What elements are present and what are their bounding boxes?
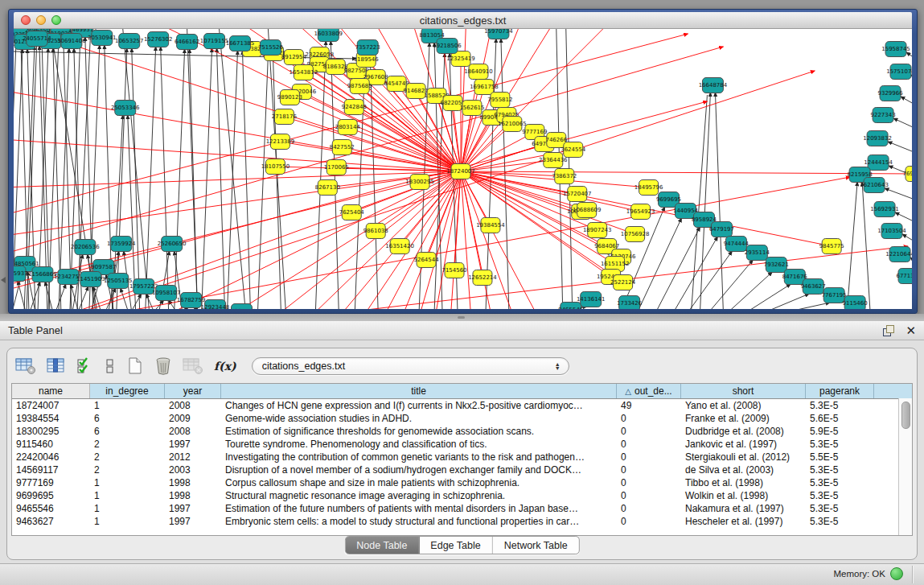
- graph-edge[interactable]: [117, 48, 127, 309]
- graph-node[interactable]: 6479197: [709, 222, 734, 237]
- table-cell[interactable]: 1: [90, 400, 165, 411]
- graph-node[interactable]: 7515526: [258, 40, 283, 56]
- graph-node[interactable]: 20206536: [71, 240, 100, 255]
- table-cell[interactable]: 2009: [165, 413, 221, 424]
- graph-edge[interactable]: [51, 29, 97, 309]
- graph-node[interactable]: 9861038: [363, 224, 388, 239]
- graph-node[interactable]: 1562615: [459, 101, 484, 116]
- graph-node[interactable]: 19384554: [476, 218, 505, 233]
- graph-node[interactable]: 11566869: [28, 267, 57, 282]
- table-cell[interactable]: Dudbridge et al. (2008): [681, 426, 806, 437]
- table-cell[interactable]: 14569117: [12, 464, 90, 476]
- table-cell[interactable]: Nakamura et al. (1997): [681, 503, 806, 514]
- graph-node[interactable]: 18495796: [634, 180, 663, 196]
- table-cell[interactable]: Embryonic stem cells: a model to study s…: [221, 516, 617, 527]
- graph-edge[interactable]: [161, 47, 169, 309]
- graph-node[interactable]: 5264544: [414, 253, 440, 268]
- table-row[interactable]: 969969511998Structural magnetic resonanc…: [12, 489, 912, 502]
- table-cell[interactable]: Tourette syndrome. Phenomenology and cla…: [221, 439, 617, 450]
- graph-node[interactable]: 24055714: [23, 31, 51, 47]
- graph-node[interactable]: 18907243: [583, 223, 612, 238]
- graph-node[interactable]: 16671385: [226, 36, 255, 51]
- table-cell[interactable]: 2008: [165, 426, 221, 437]
- table-row[interactable]: 2242004622012Investigating the contribut…: [12, 451, 912, 463]
- graph-node[interactable]: 7625404: [339, 205, 365, 220]
- graph-node[interactable]: 9845775: [819, 239, 844, 254]
- graph-node[interactable]: 30691406: [57, 34, 86, 49]
- table-cell[interactable]: 5.5E-5: [806, 451, 874, 463]
- delete-column-icon[interactable]: [154, 356, 172, 377]
- graph-node[interactable]: 7357223: [355, 40, 380, 56]
- graph-edge[interactable]: [901, 97, 912, 114]
- graph-edge[interactable]: [146, 47, 156, 309]
- graph-edge[interactable]: [290, 97, 461, 171]
- graph-node[interactable]: 15751074: [886, 64, 912, 80]
- table-cell[interactable]: Corpus callosum shape and size in male p…: [221, 477, 617, 488]
- graph-node[interactable]: 16210643: [860, 178, 889, 193]
- table-cell[interactable]: 5.3E-5: [806, 490, 874, 501]
- table-cell[interactable]: 2: [90, 464, 165, 476]
- table-cell[interactable]: 1: [90, 516, 165, 527]
- graph-node[interactable]: 2522124: [610, 275, 636, 290]
- graph-node[interactable]: 12923448: [201, 300, 230, 310]
- table-cell[interactable]: 1998: [165, 490, 221, 501]
- table-mode-icon[interactable]: [15, 356, 36, 377]
- graph-node[interactable]: 16033809: [314, 29, 343, 42]
- table-row[interactable]: 977716911998Corpus callosum shape and si…: [12, 476, 912, 489]
- table-cell[interactable]: 1997: [165, 439, 221, 450]
- table-row[interactable]: 911546021997Tourette syndrome. Phenomeno…: [12, 438, 912, 451]
- table-cell[interactable]: Stergiakouli et al. (2012): [681, 451, 806, 463]
- graph-edge[interactable]: [242, 51, 250, 309]
- table-cell[interactable]: 1: [90, 503, 165, 514]
- graph-node[interactable]: 23364436: [539, 153, 568, 168]
- graph-edge[interactable]: [847, 182, 857, 309]
- graph-node[interactable]: 10756928: [621, 227, 650, 242]
- scrollbar-thumb[interactable]: [901, 402, 910, 429]
- graph-edge[interactable]: [461, 29, 882, 171]
- graph-edge[interactable]: [187, 29, 198, 309]
- graph-edge[interactable]: [888, 142, 912, 159]
- table-cell[interactable]: Tibbo et al. (1998): [681, 477, 806, 488]
- graph-node[interactable]: 20530941: [88, 31, 117, 46]
- graph-node[interactable]: 8427552: [330, 140, 355, 155]
- graph-node[interactable]: 25053346: [111, 101, 140, 116]
- column-select-icon[interactable]: [76, 356, 94, 377]
- table-cell[interactable]: de Silva et al. (2003): [681, 464, 806, 476]
- table-cell[interactable]: 1: [90, 490, 165, 501]
- table-cell[interactable]: 0: [617, 413, 681, 424]
- graph-node[interactable]: 8912954: [281, 50, 307, 65]
- table-cell[interactable]: 1997: [165, 503, 221, 514]
- table-row[interactable]: 946554611997Estimation of the future num…: [12, 502, 912, 515]
- table-cell[interactable]: 9463627: [12, 516, 90, 527]
- citation-graph[interactable]: 1872400718300295193845547963822896012889…: [14, 29, 912, 309]
- graph-edge[interactable]: [728, 272, 772, 309]
- network-view-window[interactable]: citations_edges.txt 18724007183002951938…: [8, 9, 918, 314]
- table-row[interactable]: 1830029562008Estimation of significance …: [12, 425, 912, 438]
- graph-edge[interactable]: [786, 303, 830, 309]
- close-panel-icon[interactable]: ✕: [906, 325, 916, 336]
- table-cell[interactable]: Jankovic et al. (1997): [681, 439, 806, 450]
- table-cell[interactable]: Investigating the contribution of common…: [221, 451, 617, 463]
- graph-edge[interactable]: [656, 227, 700, 309]
- table-cell[interactable]: Wolkin et al. (1998): [681, 490, 806, 501]
- table-selector-dropdown[interactable]: citations_edges.txt ▲▼: [252, 357, 569, 375]
- row-panel-icon[interactable]: [105, 356, 116, 377]
- table-cell[interactable]: 5.3E-5: [806, 464, 874, 476]
- column-header-in_degree[interactable]: in_degree: [90, 384, 165, 398]
- zoom-window-icon[interactable]: [51, 15, 61, 25]
- graph-edge[interactable]: [746, 284, 791, 309]
- graph-node[interactable]: 3624554: [561, 142, 586, 158]
- graph-edge[interactable]: [132, 48, 140, 309]
- graph-node[interactable]: 18107550: [261, 159, 290, 175]
- table-cell[interactable]: 6: [90, 413, 165, 424]
- graph-node[interactable]: 12210644: [885, 247, 912, 262]
- graph-edge[interactable]: [217, 48, 225, 309]
- horizontal-splitter[interactable]: [0, 314, 924, 321]
- column-header-name[interactable]: name: [12, 384, 90, 398]
- table-cell[interactable]: 2: [90, 451, 165, 463]
- table-cell[interactable]: Disruption of a novel member of a sodium…: [221, 464, 617, 476]
- graph-edge[interactable]: [688, 251, 732, 309]
- table-cell[interactable]: 19384554: [12, 413, 90, 424]
- table-cell[interactable]: Hescheler et al. (1997): [681, 516, 806, 527]
- graph-edge[interactable]: [123, 29, 150, 309]
